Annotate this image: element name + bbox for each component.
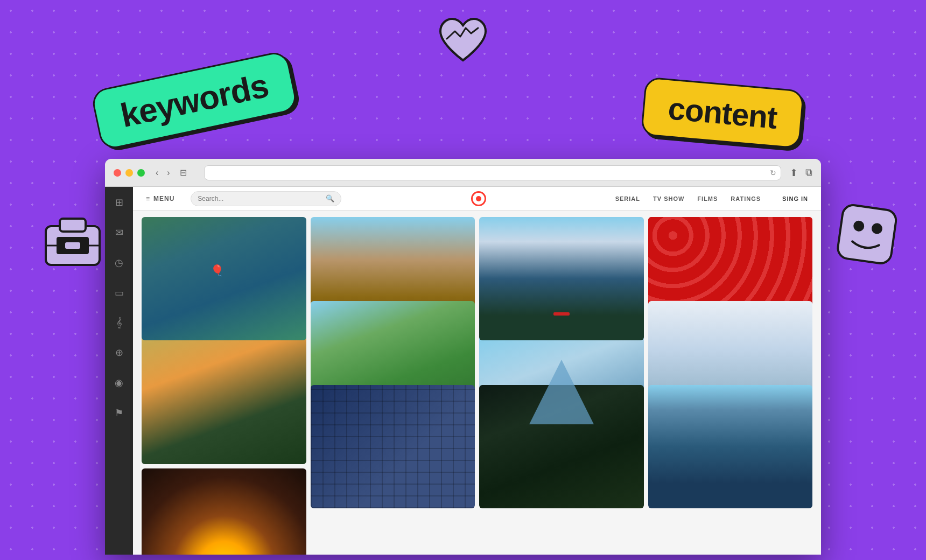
svg-rect-3 [65, 242, 80, 249]
sidebar-toggle-icon[interactable]: ⊟ [180, 167, 187, 178]
keywords-tag: keywords [90, 50, 298, 151]
logo-circle [471, 191, 486, 206]
close-button[interactable] [114, 169, 121, 177]
face-icon [833, 201, 901, 270]
browser-titlebar: ‹ › ⊟ ↻ ⬆ ⧉ [105, 159, 821, 187]
gallery-item-1[interactable]: 🎈 [142, 217, 306, 340]
gallery-grid: 🎈 [133, 211, 821, 555]
sidebar-film-icon[interactable]: ◉ [111, 374, 127, 392]
hamburger-icon: ≡ [146, 195, 150, 202]
nav-ratings[interactable]: RATINGS [731, 195, 761, 202]
nav-serial[interactable]: SERIAL [615, 195, 640, 202]
search-input[interactable] [198, 195, 322, 202]
sidebar-monitor-icon[interactable]: ▭ [111, 284, 127, 302]
content-label: content [667, 90, 778, 135]
nav-arrows: ‹ › [152, 166, 173, 180]
heart-icon [436, 16, 490, 67]
sidebar-globe-icon[interactable]: ⊕ [112, 344, 127, 362]
sign-in-button[interactable]: SING IN [782, 195, 808, 202]
sidebar-grid-icon[interactable]: ⊞ [112, 193, 127, 212]
share-icon[interactable]: ⬆ [790, 167, 798, 179]
sidebar-mic-icon[interactable]: 𝄞 [113, 314, 125, 332]
nav-links: SERIAL TV SHOW FILMS RATINGS [615, 195, 761, 202]
content-tag: content [640, 76, 804, 149]
copy-icon[interactable]: ⧉ [805, 167, 812, 179]
gallery-item-7[interactable] [479, 301, 644, 424]
gallery-item-9[interactable] [311, 385, 475, 508]
refresh-icon[interactable]: ↻ [770, 169, 776, 177]
forward-button[interactable]: › [164, 166, 173, 180]
top-nav: ≡ MENU 🔍 SERIAL TV SHOW FILMS RATINGS SI… [133, 187, 821, 211]
left-sidebar: ⊞ ✉ ◷ ▭ 𝄞 ⊕ ◉ ⚑ [105, 187, 133, 555]
browser-content: ⊞ ✉ ◷ ▭ 𝄞 ⊕ ◉ ⚑ ≡ MENU 🔍 [105, 187, 821, 555]
browser-window: ‹ › ⊟ ↻ ⬆ ⧉ ⊞ ✉ ◷ ▭ 𝄞 ⊕ ◉ ⚑ [105, 159, 821, 555]
url-bar[interactable]: ↻ [204, 165, 781, 180]
back-button[interactable]: ‹ [152, 166, 162, 180]
sidebar-clock-icon[interactable]: ◷ [111, 254, 127, 272]
main-area: ≡ MENU 🔍 SERIAL TV SHOW FILMS RATINGS SI… [133, 187, 821, 555]
keywords-label: keywords [117, 67, 271, 134]
search-bar[interactable]: 🔍 [191, 191, 341, 206]
gallery-item-11[interactable] [648, 385, 813, 508]
sidebar-trophy-icon[interactable]: ⚑ [111, 404, 127, 422]
gallery-item-12[interactable] [142, 468, 306, 555]
traffic-lights [114, 169, 145, 177]
minimize-button[interactable] [125, 169, 133, 177]
maximize-button[interactable] [137, 169, 145, 177]
menu-label: MENU [153, 195, 174, 202]
briefcase-icon [40, 210, 105, 271]
nav-tvshow[interactable]: TV SHOW [653, 195, 684, 202]
svg-rect-1 [60, 219, 86, 232]
nav-films[interactable]: FILMS [697, 195, 718, 202]
menu-button[interactable]: ≡ MENU [146, 195, 174, 202]
site-logo[interactable] [471, 191, 486, 206]
svg-rect-6 [837, 204, 897, 265]
browser-actions: ⬆ ⧉ [790, 167, 812, 179]
sidebar-mail-icon[interactable]: ✉ [112, 223, 127, 242]
search-icon: 🔍 [326, 194, 334, 202]
